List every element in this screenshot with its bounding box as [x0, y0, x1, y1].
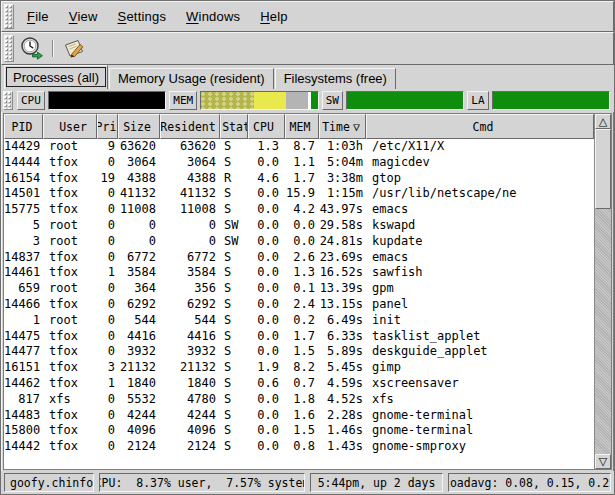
column-header-mem[interactable]: MEM: [285, 114, 319, 139]
menu-windows[interactable]: Windows: [176, 5, 250, 28]
cell-time: 16.52s: [319, 265, 366, 281]
tab-filesystems[interactable]: Filesystems (free): [275, 68, 396, 89]
vertical-scrollbar[interactable]: △ ▽: [594, 114, 611, 469]
cell-cpu: 1.3: [248, 139, 285, 155]
toolbar-grip-handle[interactable]: [4, 35, 14, 62]
table-row[interactable]: 659root0364356S0.00.113.39sgpm: [4, 281, 594, 297]
cell-cmd: /usr/lib/netscape/ne: [366, 186, 594, 202]
cell-cmd: gtop: [366, 171, 594, 187]
cell-resident: 356: [160, 281, 220, 297]
cell-mem: 1.3: [285, 265, 319, 281]
meter-segment: [311, 92, 318, 109]
cell-resident: 544: [160, 313, 220, 329]
cell-pri: 1: [97, 376, 118, 392]
cell-pri: 0: [97, 186, 118, 202]
cell-stat: S: [220, 186, 248, 202]
cell-pri: 1: [97, 265, 118, 281]
meter-segment: [347, 92, 463, 109]
notepad-pencil-icon[interactable]: [59, 35, 89, 63]
cell-stat: S: [220, 297, 248, 313]
cell-cpu: 0.0: [248, 155, 285, 171]
table-row[interactable]: 15800tfox040964096S0.01.51.46sgnome-term…: [4, 423, 594, 439]
table-row[interactable]: 14466tfox062926292S0.02.413.15spanel: [4, 297, 594, 313]
cell-stat: S: [220, 329, 248, 345]
table-row[interactable]: 817xfs055324780S0.01.84.52sxfs: [4, 392, 594, 408]
mem-meter-label[interactable]: MEM: [169, 91, 197, 110]
scrollbar-trough[interactable]: [595, 209, 611, 454]
cell-pri: 0: [97, 313, 118, 329]
table-row[interactable]: 14429root96362063620S1.38.71:03h/etc/X11…: [4, 139, 594, 155]
table-row[interactable]: 16154tfox1943884388R4.61.73:38mgtop: [4, 171, 594, 187]
table-row[interactable]: 14475tfox044164416S0.01.76.33stasklist_a…: [4, 329, 594, 345]
cell-size: 3584: [118, 265, 160, 281]
menu-view[interactable]: View: [59, 5, 108, 28]
cell-cmd: deskguide_applet: [366, 344, 594, 360]
cell-cmd: gnome-smproxy: [366, 439, 594, 455]
column-header-pid[interactable]: PID: [4, 114, 43, 139]
meters-grip-handle[interactable]: [3, 91, 13, 110]
cell-resident: 11008: [160, 202, 220, 218]
cell-user: tfox: [43, 297, 97, 313]
table-row[interactable]: 14477tfox039323932S0.01.55.89sdeskguide_…: [4, 344, 594, 360]
toolbar: [1, 32, 614, 65]
cell-cmd: emacs: [366, 250, 594, 266]
table-row[interactable]: 14501tfox04113241132S0.015.91:15m/usr/li…: [4, 186, 594, 202]
tab-memory-usage[interactable]: Memory Usage (resident): [109, 68, 274, 89]
column-header-cpu[interactable]: CPU: [248, 114, 285, 139]
menubar-grip-handle[interactable]: [4, 4, 14, 29]
table-row[interactable]: 3root000SW0.00.024.81skupdate: [4, 234, 594, 250]
cell-stat: S: [220, 313, 248, 329]
cell-pri: 0: [97, 281, 118, 297]
column-header-time[interactable]: Time ▽: [319, 114, 366, 139]
column-header-pri[interactable]: Pri: [97, 114, 118, 139]
toolbar-separator: [52, 40, 54, 57]
cell-stat: S: [220, 250, 248, 266]
table-row[interactable]: 5root000SW0.00.029.58skswapd: [4, 218, 594, 234]
clock-arrow-icon[interactable]: [17, 35, 47, 63]
cell-time: 1.43s: [319, 439, 366, 455]
cell-pid: 14444: [4, 155, 43, 171]
cpu-meter-label[interactable]: CPU: [17, 91, 45, 110]
cell-resident: 4780: [160, 392, 220, 408]
table-row[interactable]: 1root0544544S0.00.26.49sinit: [4, 313, 594, 329]
table-row[interactable]: 14462tfox118401840S0.60.74.59sxscreensav…: [4, 376, 594, 392]
sort-descending-icon: ▽: [353, 120, 360, 134]
table-row[interactable]: 14461tfox135843584S0.01.316.52ssawfish: [4, 265, 594, 281]
column-header-cmd[interactable]: Cmd: [366, 114, 594, 139]
table-row[interactable]: 14483tfox042444244S0.01.62.28sgnome-term…: [4, 408, 594, 424]
cell-time: 13.39s: [319, 281, 366, 297]
cell-cpu: 0.0: [248, 313, 285, 329]
column-header-resident[interactable]: Resident: [160, 114, 220, 139]
cell-user: root: [43, 139, 97, 155]
loadavg-meter-label[interactable]: LA: [467, 91, 488, 110]
column-header-stat[interactable]: Stat: [220, 114, 248, 139]
swap-meter-label[interactable]: SW: [322, 91, 343, 110]
cell-pri: 0: [97, 439, 118, 455]
scroll-up-icon[interactable]: △: [595, 114, 611, 129]
column-header-user[interactable]: User: [43, 114, 97, 139]
menu-settings[interactable]: Settings: [108, 5, 177, 28]
menu-help[interactable]: Help: [250, 5, 298, 28]
cell-time: 1:03h: [319, 139, 366, 155]
table-row[interactable]: 14837tfox067726772S0.02.623.69semacs: [4, 250, 594, 266]
table-row[interactable]: 15775tfox01100811008S0.04.243.97semacs: [4, 202, 594, 218]
cell-cpu: 0.0: [248, 281, 285, 297]
menu-file[interactable]: File: [17, 5, 59, 28]
cell-size: 364: [118, 281, 160, 297]
cell-pid: 1: [4, 313, 43, 329]
scrollbar-thumb[interactable]: [595, 129, 611, 209]
process-table-body: 14429root96362063620S1.38.71:03h/etc/X11…: [4, 139, 594, 469]
cell-user: root: [43, 281, 97, 297]
table-row[interactable]: 14444tfox030643064S0.01.15:04mmagicdev: [4, 155, 594, 171]
cell-resident: 3932: [160, 344, 220, 360]
cell-pri: 0: [97, 408, 118, 424]
table-row[interactable]: 16151tfox32113221132S1.98.25.45sgimp: [4, 360, 594, 376]
table-row[interactable]: 14442tfox021242124S0.00.81.43sgnome-smpr…: [4, 439, 594, 455]
tab-processes[interactable]: Processes (all): [4, 65, 108, 89]
column-header-size[interactable]: Size: [118, 114, 160, 139]
scroll-down-icon[interactable]: ▽: [595, 454, 611, 469]
cell-pid: 14477: [4, 344, 43, 360]
cell-resident: 2124: [160, 439, 220, 455]
cell-cmd: kswapd: [366, 218, 594, 234]
cell-cpu: 0.0: [248, 423, 285, 439]
